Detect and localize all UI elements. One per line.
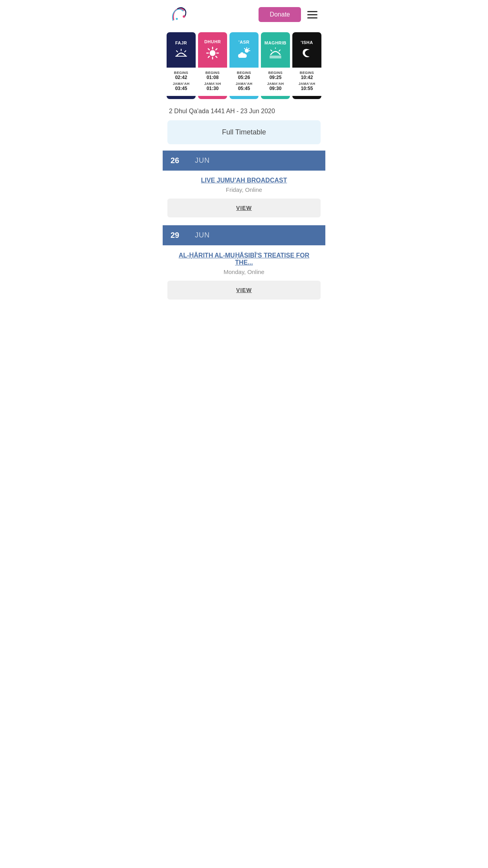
- event-subtitle-0: Friday, Online: [169, 186, 319, 193]
- prayer-name-maghrib: MAGHRIB: [264, 40, 286, 45]
- prayer-card-maghrib[interactable]: MAGHRIB BEGINS 09:25 JAMA'AH 09:30: [261, 32, 290, 99]
- begins-label-asr: BEGINS: [231, 71, 257, 75]
- svg-line-13: [216, 49, 217, 50]
- event-day-1: 29: [171, 231, 190, 240]
- prayer-card-top-maghrib: MAGHRIB: [261, 32, 290, 68]
- svg-line-11: [208, 49, 209, 50]
- jamaah-time-maghrib: 09:30: [262, 86, 288, 91]
- svg-line-14: [208, 56, 209, 57]
- prayer-card-top-isha: 'ISHA: [292, 32, 321, 68]
- svg-point-0: [183, 15, 185, 18]
- svg-line-21: [271, 50, 272, 51]
- event-content-0: LIVE JUMU'AH BROADCAST Friday, Online: [163, 171, 325, 193]
- begins-time-fajr: 02:42: [168, 75, 194, 80]
- jamaah-time-isha: 10:55: [294, 86, 320, 91]
- prayer-icon-fajr: [174, 48, 188, 60]
- donate-button[interactable]: Donate: [259, 7, 301, 22]
- prayer-card-isha[interactable]: 'ISHA BEGINS 10:42 JAMA'AH 10:55: [292, 32, 321, 99]
- jamaah-label-fajr: JAMA'AH: [168, 82, 194, 86]
- prayer-card-dhuhr[interactable]: DHUHR BEGINS 01:08 JAMA'AH 01:30: [198, 32, 227, 99]
- svg-point-6: [210, 50, 216, 56]
- jamaah-time-dhuhr: 01:30: [200, 86, 226, 91]
- menu-button[interactable]: [306, 9, 319, 20]
- jamaah-label-asr: JAMA'AH: [231, 82, 257, 86]
- prayer-name-asr: 'ASR: [238, 40, 250, 44]
- jamaah-time-fajr: 03:45: [168, 86, 194, 91]
- svg-line-19: [244, 48, 245, 49]
- header: Donate: [163, 0, 325, 29]
- prayer-card-bottom-fajr: BEGINS 02:42 JAMA'AH 03:45: [167, 68, 196, 96]
- prayer-card-indicator-maghrib: [261, 96, 290, 99]
- prayer-card-asr[interactable]: 'ASR BEGINS 05:26 JAMA'AH 05:45: [229, 32, 259, 99]
- begins-time-maghrib: 09:25: [262, 75, 288, 80]
- event-block-0: 26 JUN LIVE JUMU'AH BROADCAST Friday, On…: [163, 151, 325, 217]
- prayer-card-bottom-dhuhr: BEGINS 01:08 JAMA'AH 01:30: [198, 68, 227, 96]
- jamaah-label-maghrib: JAMA'AH: [262, 82, 288, 86]
- svg-line-17: [249, 48, 250, 49]
- event-subtitle-1: Monday, Online: [169, 268, 319, 275]
- view-button-0[interactable]: VIEW: [167, 199, 321, 217]
- header-right: Donate: [259, 7, 319, 22]
- svg-point-1: [176, 18, 178, 20]
- event-day-0: 26: [171, 156, 190, 165]
- begins-label-dhuhr: BEGINS: [200, 71, 226, 75]
- prayer-card-top-dhuhr: DHUHR: [198, 32, 227, 68]
- event-date-bar-0: 26 JUN: [163, 151, 325, 171]
- event-month-1: JUN: [190, 231, 210, 239]
- date-bar: 2 Dhul Qa'ada 1441 AH - 23 Jun 2020: [163, 102, 325, 120]
- event-content-1: AL-ḤĀRITH AL-MUḤĀSIBĪ'S TREATISE FOR THE…: [163, 245, 325, 275]
- jamaah-label-dhuhr: JAMA'AH: [200, 82, 226, 86]
- prayer-card-bottom-isha: BEGINS 10:42 JAMA'AH 10:55: [292, 68, 321, 96]
- prayer-times-section: FAJR BEGINS 02:42 JAMA'AH 03:45 DHUHR: [163, 29, 325, 102]
- prayer-card-indicator-dhuhr: [198, 96, 227, 99]
- begins-label-fajr: BEGINS: [168, 71, 194, 75]
- event-title-1[interactable]: AL-ḤĀRITH AL-MUḤĀSIBĪ'S TREATISE FOR THE…: [169, 252, 319, 266]
- prayer-card-top-fajr: FAJR: [167, 32, 196, 68]
- jamaah-label-isha: JAMA'AH: [294, 82, 320, 86]
- begins-label-isha: BEGINS: [294, 71, 320, 75]
- prayer-icon-dhuhr: [206, 46, 219, 61]
- events-container: 26 JUN LIVE JUMU'AH BROADCAST Friday, On…: [163, 151, 325, 300]
- prayer-card-fajr[interactable]: FAJR BEGINS 02:42 JAMA'AH 03:45: [167, 32, 196, 99]
- event-month-0: JUN: [190, 156, 210, 165]
- menu-line-3: [307, 17, 317, 18]
- prayer-card-top-asr: 'ASR: [229, 32, 259, 68]
- jamaah-time-asr: 05:45: [231, 86, 257, 91]
- event-block-1: 29 JUN AL-ḤĀRITH AL-MUḤĀSIBĪ'S TREATISE …: [163, 225, 325, 300]
- prayer-card-bottom-maghrib: BEGINS 09:25 JAMA'AH 09:30: [261, 68, 290, 96]
- event-date-bar-1: 29 JUN: [163, 225, 325, 245]
- logo-icon: [169, 5, 189, 24]
- view-button-1[interactable]: VIEW: [167, 281, 321, 300]
- menu-line-1: [307, 11, 317, 12]
- prayer-card-bottom-asr: BEGINS 05:26 JAMA'AH 05:45: [229, 68, 259, 96]
- menu-line-2: [307, 14, 317, 15]
- svg-point-15: [245, 49, 249, 53]
- begins-time-isha: 10:42: [294, 75, 320, 80]
- svg-line-3: [176, 51, 178, 52]
- begins-label-maghrib: BEGINS: [262, 71, 288, 75]
- svg-line-22: [279, 50, 280, 51]
- prayer-card-indicator-asr: [229, 96, 259, 99]
- begins-time-asr: 05:26: [231, 75, 257, 80]
- prayer-card-indicator-isha: [292, 96, 321, 99]
- event-title-0[interactable]: LIVE JUMU'AH BROADCAST: [169, 177, 319, 184]
- prayer-name-fajr: FAJR: [175, 40, 187, 45]
- prayer-icon-isha: [301, 47, 313, 61]
- prayer-icon-asr: [237, 47, 251, 61]
- svg-line-4: [185, 51, 186, 52]
- date-text: 2 Dhul Qa'ada 1441 AH - 23 Jun 2020: [169, 108, 275, 114]
- begins-time-dhuhr: 01:08: [200, 75, 226, 80]
- svg-line-12: [216, 56, 217, 57]
- prayer-icon-maghrib: [268, 48, 283, 60]
- prayer-card-indicator-fajr: [167, 96, 196, 99]
- logo-area: [169, 5, 189, 24]
- prayer-name-isha: 'ISHA: [301, 40, 313, 45]
- full-timetable-button[interactable]: Full Timetable: [167, 120, 321, 144]
- prayer-name-dhuhr: DHUHR: [204, 39, 221, 44]
